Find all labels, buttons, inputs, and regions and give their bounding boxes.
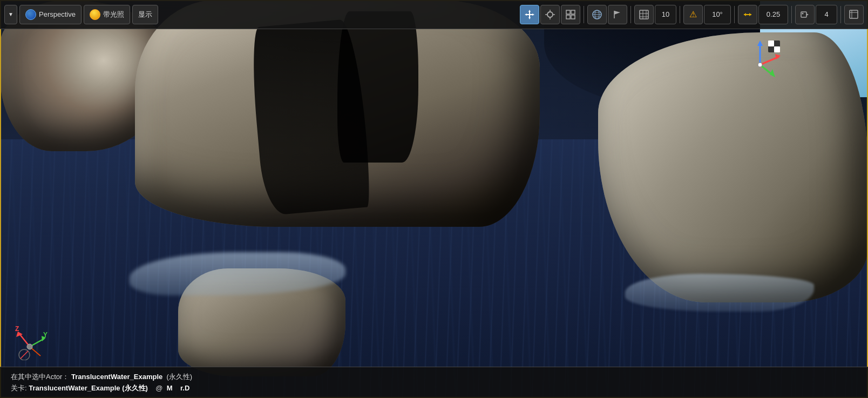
- camera-tool-button[interactable]: [540, 5, 560, 24]
- svg-marker-49: [749, 13, 751, 16]
- svg-marker-5: [770, 69, 775, 77]
- svg-rect-9: [774, 46, 780, 52]
- perspective-globe-icon: [25, 9, 36, 20]
- lighting-sun-icon: [90, 9, 100, 20]
- rocks-container: [0, 0, 868, 398]
- toolbar: ▼ Perspective 带光照 显示: [0, 0, 868, 29]
- svg-rect-31: [566, 10, 570, 14]
- grid-toggle-button[interactable]: [634, 5, 654, 24]
- camera-speed-value[interactable]: 4: [816, 5, 837, 24]
- svg-marker-25: [532, 14, 534, 16]
- display-button[interactable]: 显示: [132, 5, 158, 24]
- separator-6: [840, 6, 841, 23]
- separator-1: [584, 6, 584, 23]
- maximize-toggle-button[interactable]: [561, 5, 580, 24]
- svg-text:Y: Y: [43, 331, 48, 339]
- svg-rect-42: [640, 10, 648, 19]
- svg-marker-24: [525, 14, 527, 16]
- selected-actor-line: 在其中选中Actor： TranslucentWater_Example (永久…: [11, 372, 857, 383]
- warning-triangle-icon: ⚠: [689, 9, 697, 19]
- separator-4: [734, 6, 735, 23]
- svg-marker-51: [806, 14, 809, 16]
- right-toolbar-group: 10 ⚠ 10° 0.25: [520, 5, 864, 24]
- perspective-button[interactable]: Perspective: [19, 5, 82, 24]
- viewport: Z Y ▼ Perspective 带光照: [0, 0, 868, 398]
- svg-point-52: [802, 12, 804, 14]
- rock-right: [598, 32, 868, 302]
- svg-rect-50: [801, 12, 806, 17]
- scale-snap-button[interactable]: [738, 5, 757, 24]
- svg-point-6: [758, 63, 762, 67]
- svg-marker-22: [528, 10, 531, 12]
- svg-marker-48: [744, 13, 746, 16]
- separator-3: [680, 6, 680, 23]
- water-foam-right: [625, 274, 814, 312]
- scale-snap-value[interactable]: 0.25: [758, 5, 788, 24]
- status-bar: 在其中选中Actor： TranslucentWater_Example (永久…: [0, 367, 868, 398]
- lighting-button[interactable]: 带光照: [84, 5, 130, 24]
- rock-center: [135, 0, 540, 227]
- realtime-button[interactable]: [587, 5, 607, 24]
- svg-marker-23: [528, 17, 531, 19]
- svg-rect-32: [571, 10, 575, 14]
- snap-warning-button[interactable]: ⚠: [683, 5, 703, 24]
- svg-marker-1: [757, 41, 763, 46]
- level-line: 关卡: TranslucentWater_Example (永久性) @ M r…: [11, 383, 857, 394]
- grid-size-value[interactable]: 10: [655, 5, 676, 24]
- svg-rect-8: [768, 41, 774, 46]
- translate-tool-button[interactable]: [520, 5, 539, 24]
- restore-viewport-button[interactable]: [844, 5, 864, 24]
- svg-rect-33: [566, 15, 570, 19]
- camera-speed-button[interactable]: [795, 5, 815, 24]
- axis-indicator: Z Y: [11, 322, 49, 360]
- svg-text:Z: Z: [15, 325, 19, 333]
- svg-rect-53: [850, 10, 858, 18]
- svg-line-19: [21, 351, 28, 359]
- separator-5: [791, 6, 792, 23]
- svg-point-17: [27, 344, 32, 349]
- viewport-menu-dropdown[interactable]: ▼: [4, 5, 17, 24]
- show-flags-button[interactable]: [608, 5, 627, 24]
- transform-gizmo: [738, 38, 782, 81]
- snap-angle-value[interactable]: 10°: [704, 5, 731, 24]
- svg-rect-34: [571, 15, 575, 19]
- svg-point-26: [547, 12, 553, 17]
- separator-2: [630, 6, 631, 23]
- svg-marker-41: [614, 11, 620, 15]
